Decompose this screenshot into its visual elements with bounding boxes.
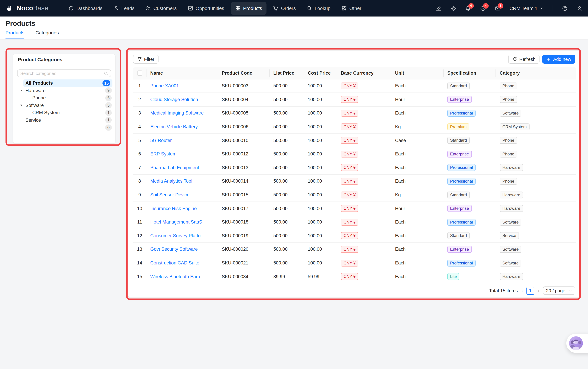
nav-item-dashboards[interactable]: Dashboards — [64, 2, 107, 15]
prev-page-button[interactable]: ‹ — [521, 287, 523, 295]
tag: CNY ¥ — [341, 178, 358, 185]
tree-item-software[interactable]: Software5 — [13, 102, 115, 109]
category-cell: Hardware — [496, 270, 548, 283]
tag: Software — [500, 259, 521, 266]
add-new-button[interactable]: Add new — [542, 55, 575, 64]
product-name-link[interactable]: Cloud Storage Solution — [150, 97, 213, 102]
row-index: 7 — [133, 161, 146, 174]
product-name-link[interactable]: ERP System — [150, 152, 213, 157]
product-name-link[interactable]: Phone XA001 — [150, 83, 213, 89]
caret-down-icon[interactable] — [17, 89, 25, 92]
tag: CNY ¥ — [341, 259, 358, 266]
mail-icon[interactable]: 1 — [495, 5, 500, 11]
filter-button[interactable]: Filter — [133, 55, 159, 64]
nav-item-label: Opportunities — [196, 6, 224, 11]
user-icon[interactable] — [577, 5, 582, 11]
unit-cell: Each — [391, 242, 443, 256]
unit-cell: Each — [391, 79, 443, 93]
category-cell: Software — [496, 256, 548, 270]
specification-cell: Enterprise — [443, 93, 496, 106]
select-all-checkbox[interactable] — [137, 71, 142, 76]
base-currency-cell: CNY ¥ — [337, 229, 391, 242]
product-name-link[interactable]: Wireless Bluetooth Earb... — [150, 274, 213, 279]
table-row: 6ERP SystemSKU-000012500.00100.00CNY ¥Ea… — [133, 147, 576, 161]
tree-item-service[interactable]: Service1 — [13, 116, 115, 124]
count-badge: 9 — [105, 88, 112, 94]
panel-title: Product Categories — [13, 54, 115, 65]
caret-down-icon[interactable] — [17, 104, 25, 107]
tag: Enterprise — [447, 205, 472, 212]
search-input[interactable] — [17, 70, 101, 77]
tab-products[interactable]: Products — [6, 30, 25, 39]
tree-item-phone[interactable]: Phone5 — [13, 94, 115, 102]
product-name-link[interactable]: Medical Imaging Software — [150, 111, 213, 116]
app-root: NocoBase DashboardsLeadsCustomersOpportu… — [0, 0, 588, 369]
nav-item-orders[interactable]: Orders — [269, 2, 300, 15]
table-row: 2Cloud Storage SolutionSKU-000004500.001… — [133, 93, 576, 106]
tag: CNY ¥ — [341, 246, 358, 253]
product-name-link[interactable]: Construction CAD Suite — [150, 260, 213, 266]
product-name-link[interactable]: Govt Security Software — [150, 247, 213, 252]
highlighter-icon[interactable] — [436, 5, 441, 11]
actions-cell — [548, 161, 576, 174]
nav-item-customers[interactable]: Customers — [141, 2, 181, 15]
product-name-link[interactable]: Pharma Lab Equipment — [150, 165, 213, 170]
list-price-cell: 500.00 — [269, 188, 304, 202]
category-cell: Software — [496, 242, 548, 256]
assistant-button[interactable] — [566, 334, 588, 353]
gear-icon[interactable] — [450, 5, 456, 11]
page-size-select[interactable]: 20 / page — [543, 287, 575, 295]
check-circle-icon[interactable]: 4 — [480, 5, 486, 11]
table-row: 14Construction CAD SuiteSKU-000021500.00… — [133, 256, 576, 270]
tree-item-all-products[interactable]: All Products15 — [23, 80, 112, 87]
nav-item-other[interactable]: Other — [337, 2, 366, 15]
nocobase-logo-icon — [6, 4, 14, 12]
tree-item-hardware[interactable]: Hardware9 — [13, 87, 115, 94]
tree-item-empty[interactable]: 0 — [13, 124, 115, 131]
product-name-link[interactable]: Electric Vehicle Battery — [150, 124, 213, 129]
tag: Hardware — [500, 205, 523, 212]
team-selector[interactable]: CRM Team 1 — [509, 6, 544, 11]
tree-item-label: All Products — [25, 81, 53, 86]
base-currency-cell: CNY ¥ — [337, 133, 391, 147]
table-row: 10Insurance Risk EngineSKU-000017500.001… — [133, 202, 576, 215]
refresh-icon — [512, 57, 517, 62]
nocobase-logo[interactable]: NocoBase — [0, 4, 54, 12]
nav-item-lookup[interactable]: Lookup — [302, 2, 335, 15]
product-name-link[interactable]: Insurance Risk Engine — [150, 206, 213, 211]
column-header-category: Category — [496, 67, 548, 79]
bell-icon[interactable]: 4 — [465, 5, 471, 11]
tag: Professional — [447, 219, 476, 226]
refresh-button[interactable]: Refresh — [508, 55, 540, 64]
product-name-link[interactable]: 5G Router — [150, 138, 213, 143]
search-button[interactable] — [101, 70, 111, 77]
unit-cell: Each — [391, 161, 443, 174]
column-header-unit: Unit — [391, 67, 443, 79]
cost-price-cell: 100.00 — [304, 147, 337, 161]
product-name-link[interactable]: Soil Sensor Device — [150, 192, 213, 197]
unit-cell: Each — [391, 215, 443, 229]
tag: Standard — [447, 137, 469, 144]
category-cell: Service — [496, 229, 548, 242]
tag: CNY ¥ — [341, 232, 358, 239]
page-1-button[interactable]: 1 — [526, 287, 534, 295]
nav-item-products[interactable]: Products — [231, 2, 267, 15]
navbar-right: 441 CRM Team 1 — [436, 5, 588, 11]
product-name-link[interactable]: Consumer Survey Platfo... — [150, 233, 213, 238]
product-name-link[interactable]: Media Analytics Tool — [150, 179, 213, 184]
help-icon[interactable] — [562, 5, 568, 11]
list-price-cell: 500.00 — [269, 242, 304, 256]
tab-categories[interactable]: Categories — [36, 30, 59, 39]
add-new-button-label: Add new — [553, 57, 571, 62]
tag: Standard — [447, 191, 469, 198]
page-header: Products ProductsCategories — [0, 17, 588, 40]
nav-item-leads[interactable]: Leads — [109, 2, 139, 15]
tree-item-crm-system[interactable]: CRM System1 — [13, 109, 115, 116]
nav-item-opportunities[interactable]: Opportunities — [183, 2, 229, 15]
actions-cell — [548, 147, 576, 161]
product-name-link[interactable]: Hotel Management SaaS — [150, 219, 213, 225]
next-page-button[interactable]: › — [538, 287, 539, 295]
tag: CNY ¥ — [341, 205, 358, 212]
actions-cell — [548, 242, 576, 256]
actions-cell — [548, 202, 576, 215]
